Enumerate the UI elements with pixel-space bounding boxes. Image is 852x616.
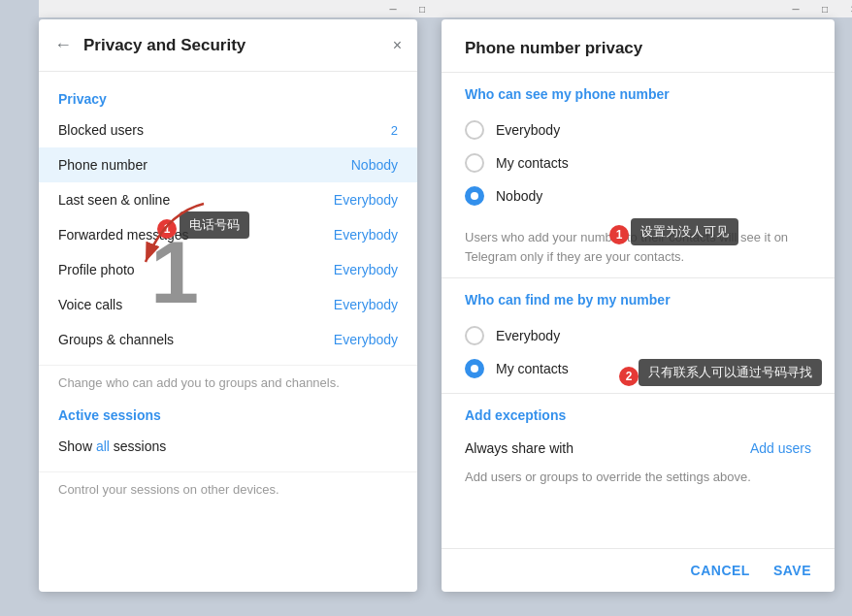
who-can-see-section: Who can see my phone number Everybody My… xyxy=(442,73,835,220)
always-share-text: Always share with xyxy=(465,440,573,456)
panel-footer: CANCEL SAVE xyxy=(442,548,835,592)
active-sessions-label: Active sessions xyxy=(39,398,417,429)
last-seen-value: Everybody xyxy=(334,192,398,208)
phone-number-value: Nobody xyxy=(351,157,398,173)
right-panel-title: Phone number privacy xyxy=(465,39,811,58)
my-contacts-radio-see[interactable] xyxy=(465,153,484,173)
blocked-users-row[interactable]: Blocked users 2 xyxy=(39,113,417,147)
voice-calls-value: Everybody xyxy=(334,297,398,312)
privacy-section-label: Privacy xyxy=(39,83,417,113)
blocked-users-label: Blocked users xyxy=(58,122,144,138)
forwarded-messages-value: Everybody xyxy=(334,227,398,243)
cancel-button[interactable]: CANCEL xyxy=(691,563,750,578)
panel-title: Privacy and Security xyxy=(83,36,381,55)
voice-calls-row[interactable]: Voice calls Everybody xyxy=(39,287,417,322)
blocked-users-value: 2 xyxy=(391,123,398,138)
everybody-radio-see[interactable] xyxy=(465,120,484,140)
voice-calls-label: Voice calls xyxy=(58,297,122,312)
everybody-label-find: Everybody xyxy=(496,328,560,343)
phone-number-row[interactable]: Phone number Nobody xyxy=(39,147,417,182)
groups-channels-desc: Change who can add you to groups and cha… xyxy=(39,365,417,398)
save-button[interactable]: SAVE xyxy=(773,563,811,578)
everybody-label-see: Everybody xyxy=(496,122,560,138)
my-contacts-label-see: My contacts xyxy=(496,155,569,171)
right-maximize-btn[interactable]: □ xyxy=(810,0,839,17)
my-contacts-option-see[interactable]: My contacts xyxy=(465,146,811,179)
groups-channels-label: Groups & channels xyxy=(58,332,174,347)
left-maximize-btn[interactable]: □ xyxy=(408,0,437,17)
annotation-callout-phone: 电话号码 xyxy=(180,211,249,239)
who-can-find-label: Who can find me by my number xyxy=(465,292,811,308)
right-window-titlebar: ─ □ ✕ xyxy=(442,0,852,17)
everybody-option-find[interactable]: Everybody xyxy=(465,319,811,352)
show-sessions-row[interactable]: Show all sessions xyxy=(39,429,417,464)
everybody-option-see[interactable]: Everybody xyxy=(465,113,811,146)
back-button[interactable]: ← xyxy=(54,35,72,55)
annotation-number-1-right: 1 xyxy=(609,225,629,244)
everybody-radio-find[interactable] xyxy=(465,326,484,345)
my-contacts-radio-find[interactable] xyxy=(465,359,484,378)
exceptions-label: Add exceptions xyxy=(465,407,811,423)
left-window-titlebar: ─ □ ✕ xyxy=(39,0,466,17)
nobody-label-see: Nobody xyxy=(496,188,542,204)
left-minimize-btn[interactable]: ─ xyxy=(378,0,408,17)
phone-number-privacy-panel: Phone number privacy Who can see my phon… xyxy=(442,19,835,592)
annotation-callout-nobody: 设置为没人可见 xyxy=(631,218,738,245)
exceptions-section: Add exceptions Always share with Add use… xyxy=(442,394,835,492)
groups-channels-value: Everybody xyxy=(334,332,398,347)
right-close-btn[interactable]: ✕ xyxy=(839,0,852,17)
groups-channels-row[interactable]: Groups & channels Everybody xyxy=(39,322,417,357)
exceptions-note: Add users or groups to override the sett… xyxy=(465,462,811,484)
right-panel-body: Who can see my phone number Everybody My… xyxy=(442,73,835,548)
my-contacts-label-find: My contacts xyxy=(496,361,569,376)
sessions-desc: Control your sessions on other devices. xyxy=(39,471,417,504)
annotation-number-1-left: 1 xyxy=(157,219,177,239)
profile-photo-row[interactable]: Profile photo Everybody xyxy=(39,252,417,287)
panel-body: Privacy Blocked users 2 Phone number Nob… xyxy=(39,72,417,592)
last-seen-label: Last seen & online xyxy=(58,192,170,208)
privacy-security-panel: ← Privacy and Security × Privacy Blocked… xyxy=(39,19,417,592)
annotation-callout-find: 只有联系人可以通过号码寻找 xyxy=(639,359,822,386)
right-panel-header: Phone number privacy xyxy=(442,19,835,73)
add-users-button[interactable]: Add users xyxy=(750,440,811,456)
right-minimize-btn[interactable]: ─ xyxy=(781,0,810,17)
show-sessions-text: Show all sessions xyxy=(58,438,166,454)
nobody-option-see[interactable]: Nobody xyxy=(465,179,811,212)
close-panel-button[interactable]: × xyxy=(393,37,402,54)
phone-number-label: Phone number xyxy=(58,157,147,173)
nobody-radio-see[interactable] xyxy=(465,186,484,206)
annotation-number-2: 2 xyxy=(619,367,639,386)
panel-header: ← Privacy and Security × xyxy=(39,19,417,72)
profile-photo-label: Profile photo xyxy=(58,262,135,277)
profile-photo-value: Everybody xyxy=(334,262,398,277)
who-can-see-label: Who can see my phone number xyxy=(465,86,811,102)
always-share-row: Always share with Add users xyxy=(465,435,811,462)
